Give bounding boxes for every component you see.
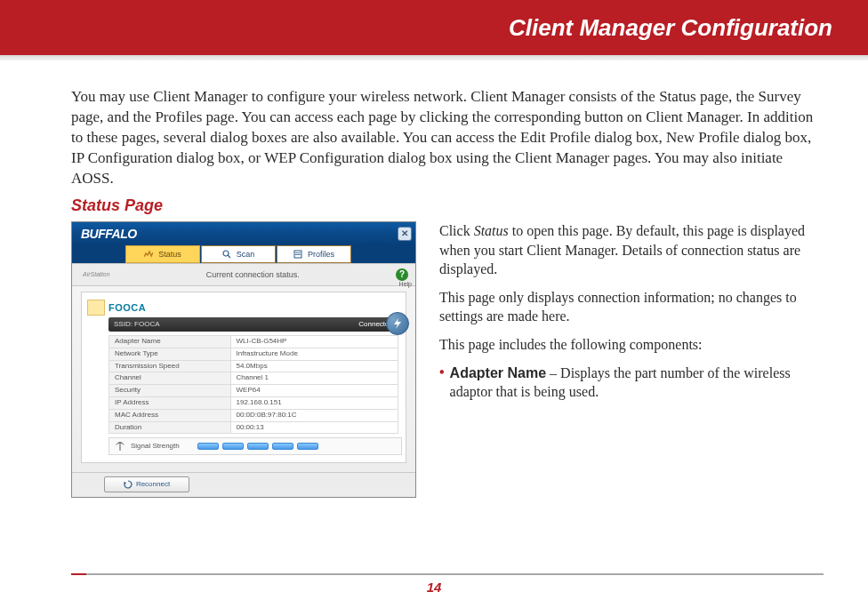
desc-p2: This page only displays connection infor… <box>439 288 824 326</box>
sub-brand: AirStation <box>83 270 109 278</box>
detail-value: 00:00:13 <box>230 421 398 434</box>
antenna-icon <box>115 441 125 452</box>
intro-paragraph: You may use Client Manager to configure … <box>71 87 824 189</box>
content-area: You may use Client Manager to configure … <box>0 60 868 498</box>
brand-logo: BUFFALO <box>81 226 137 243</box>
tab-profiles[interactable]: Profiles <box>277 245 351 263</box>
signal-bar <box>297 443 318 450</box>
desc-p1-em: Status <box>474 223 509 238</box>
bullet-label: Adapter Name <box>450 365 546 380</box>
detail-key: Network Type <box>109 348 231 360</box>
help-label: Help <box>399 280 412 288</box>
tab-scan[interactable]: Scan <box>201 245 276 263</box>
table-row: IP Address192.168.0.151 <box>109 396 398 409</box>
sub-toolbar: AirStation Current connection status. ? … <box>72 263 415 286</box>
status-icon <box>144 250 153 259</box>
aoss-icon[interactable] <box>386 312 409 335</box>
detail-value: 00:0D:0B:97:80:1C <box>230 409 398 421</box>
tab-status[interactable]: Status <box>125 245 200 263</box>
screenshot-column: BUFFALO ✕ Status Scan Profiles <box>71 221 418 498</box>
detail-key: Duration <box>109 421 231 434</box>
header-band: Client Manager Configuration <box>0 0 868 55</box>
svg-marker-5 <box>394 318 401 329</box>
signal-bar <box>222 443 244 450</box>
two-column-layout: BUFFALO ✕ Status Scan Profiles <box>71 221 824 498</box>
help-icon[interactable]: ? <box>396 268 408 281</box>
signal-bar <box>247 443 269 450</box>
detail-key: Security <box>109 385 231 397</box>
table-row: Duration00:00:13 <box>109 421 398 434</box>
close-icon[interactable]: ✕ <box>398 227 412 241</box>
svg-rect-2 <box>294 251 301 258</box>
detail-value: Channel 1 <box>230 372 398 385</box>
table-row: SecurityWEP64 <box>109 385 398 397</box>
house-icon <box>87 300 105 316</box>
detail-value: 192.168.0.151 <box>230 396 398 409</box>
signal-label: Signal Strength <box>131 442 180 452</box>
detail-value: Infrastructure Mode <box>230 348 398 360</box>
detail-value: WLI-CB-G54HP <box>230 335 398 348</box>
table-row: Transmission Speed54.0Mbps <box>109 360 398 372</box>
detail-value: WEP64 <box>230 385 398 397</box>
tabs-row: Status Scan Profiles <box>72 245 415 263</box>
page-header-title: Client Manager Configuration <box>509 14 832 42</box>
detail-key: MAC Address <box>109 409 231 421</box>
lightning-icon <box>391 317 404 330</box>
bullet-body: Adapter Name – Displays the part number … <box>450 364 824 402</box>
tab-profiles-label: Profiles <box>308 249 334 260</box>
tab-scan-label: Scan <box>237 249 255 260</box>
desc-p1: Click Status to open this page. By defau… <box>439 221 824 279</box>
search-icon <box>222 250 231 259</box>
bullet-dot-icon: • <box>439 364 445 402</box>
ssid-bar: SSID: FOOCA Connected <box>108 317 402 332</box>
detail-key: Transmission Speed <box>109 360 231 372</box>
section-title: Status Page <box>71 195 824 216</box>
table-row: Adapter NameWLI-CB-G54HP <box>109 335 398 348</box>
ssid-row: FOOCA <box>85 296 402 317</box>
details-table: Adapter NameWLI-CB-G54HPNetwork TypeInfr… <box>108 335 398 434</box>
bullet-item: • Adapter Name – Displays the part numbe… <box>439 364 824 402</box>
titlebar: BUFFALO ✕ <box>72 222 415 245</box>
ssid-prefix: SSID: FOOCA <box>114 320 160 330</box>
desc-p1-a: Click <box>439 223 474 238</box>
table-row: ChannelChannel 1 <box>109 372 398 385</box>
page-number: 14 <box>0 580 868 595</box>
reconnect-label: Reconnect <box>136 480 170 490</box>
signal-strength-row: Signal Strength <box>108 437 402 455</box>
table-row: Network TypeInfrastructure Mode <box>109 348 398 360</box>
status-panel: FOOCA SSID: FOOCA Connected Adapter Name… <box>81 292 406 463</box>
reconnect-icon <box>124 480 133 489</box>
list-icon <box>293 250 302 259</box>
client-manager-window: BUFFALO ✕ Status Scan Profiles <box>71 221 416 498</box>
ssid-name: FOOCA <box>108 301 146 315</box>
description-column: Click Status to open this page. By defau… <box>439 221 824 498</box>
footer-divider <box>71 573 824 575</box>
svg-line-1 <box>228 255 230 258</box>
detail-key: IP Address <box>109 396 231 409</box>
tab-status-label: Status <box>158 249 181 260</box>
bottom-bar: Reconnect <box>72 472 415 497</box>
signal-bar <box>197 443 219 450</box>
detail-value: 54.0Mbps <box>230 360 398 372</box>
signal-bar <box>272 443 293 450</box>
signal-bars <box>197 443 318 450</box>
detail-key: Channel <box>109 372 231 385</box>
svg-point-0 <box>223 251 229 256</box>
desc-p3: This page includes the following compone… <box>439 335 824 355</box>
reconnect-button[interactable]: Reconnect <box>104 476 189 492</box>
detail-key: Adapter Name <box>109 335 231 348</box>
table-row: MAC Address00:0D:0B:97:80:1C <box>109 409 398 421</box>
subbar-text: Current connection status. <box>109 269 396 280</box>
